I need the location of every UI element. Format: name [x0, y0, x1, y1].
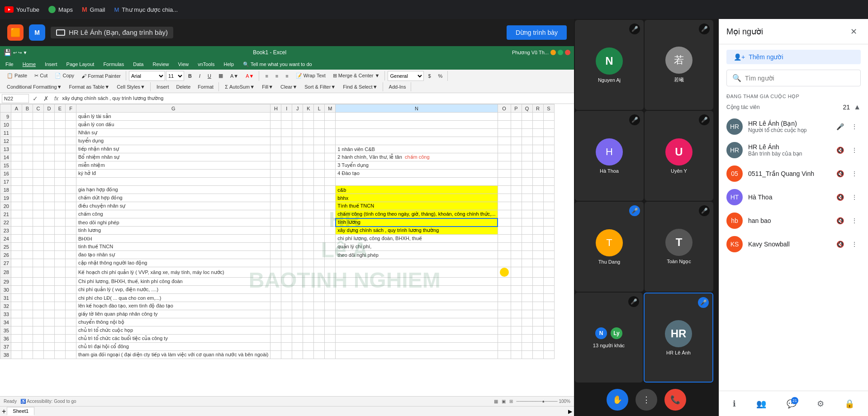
col-l-header[interactable]: L — [314, 104, 325, 113]
cell-g35[interactable]: chủ trì tổ chức cuộc họp — [76, 326, 270, 335]
cell-g15[interactable]: miễn nhiệm — [76, 161, 270, 170]
youtube-tab[interactable]: YouTube — [5, 6, 39, 13]
chat-button[interactable]: 💬 21 — [783, 395, 800, 412]
maximize-button[interactable] — [558, 50, 563, 55]
col-j-header[interactable]: J — [292, 104, 303, 113]
cell-g22[interactable]: theo dõi nghi phép — [76, 218, 270, 227]
cell-g12[interactable]: tuyển dụng — [76, 137, 270, 145]
clear-button[interactable]: Clear▼ — [277, 82, 300, 91]
ha-thoa-panel-mic-button[interactable]: 🔇 — [834, 191, 846, 203]
paste-button[interactable]: 📋 Paste — [4, 71, 30, 80]
maps-tab[interactable]: Maps — [48, 6, 73, 13]
font-color-button[interactable]: A▼ — [242, 71, 257, 80]
fill-color-button[interactable]: A▼ — [227, 71, 242, 80]
cell-n18[interactable]: c&b — [336, 186, 498, 194]
cell-g27[interactable]: cập nhật thông người lao động — [76, 259, 270, 267]
menu-formulas[interactable]: Formulas — [101, 61, 126, 68]
col-g-header[interactable]: G — [76, 104, 270, 113]
menu-home[interactable]: Home — [21, 61, 38, 68]
col-b-header[interactable]: B — [22, 104, 33, 113]
autosum-button[interactable]: Σ AutoSum▼ — [222, 82, 258, 91]
kavy-snowball-more-button[interactable]: ⋮ — [848, 238, 861, 251]
col-e-header[interactable]: E — [55, 104, 66, 113]
cell-n14[interactable]: 2 hành chính, Văn thư, lễ tân chấm công — [336, 153, 498, 161]
han-bao-more-button[interactable]: ⋮ — [848, 214, 861, 227]
font-select[interactable]: Arial — [129, 71, 165, 81]
menu-data[interactable]: Data — [131, 61, 145, 68]
collapse-button[interactable]: ▲ — [854, 103, 861, 111]
col-d-header[interactable]: D — [44, 104, 55, 113]
close-button[interactable] — [565, 50, 570, 55]
col-q-header[interactable]: Q — [522, 104, 532, 113]
cell-g37[interactable]: chủ trì đại hội cổ đông — [76, 343, 270, 351]
more-options-button[interactable]: ⋮ — [636, 389, 657, 411]
minimize-button[interactable] — [550, 50, 556, 55]
cell-n19[interactable]: bhhx — [336, 194, 498, 202]
stop-presentation-button[interactable]: Dừng trình bày — [507, 25, 567, 40]
wrap-text-button[interactable]: 📝 Wrap Text — [293, 71, 329, 80]
col-n-header[interactable]: N — [336, 104, 498, 113]
tran-quang-vinh-more-button[interactable]: ⋮ — [848, 167, 861, 180]
raise-hand-button[interactable]: ✋ — [607, 389, 628, 411]
gmail-tab[interactable]: M Gmail — [82, 6, 105, 13]
font-size-select[interactable]: 11 — [166, 71, 184, 81]
col-k-header[interactable]: K — [303, 104, 314, 113]
col-h-header[interactable]: H — [270, 104, 281, 113]
col-r-header[interactable]: R — [532, 104, 543, 113]
cell-g36[interactable]: chủ trì tổ chức các buổi tiệc của công t… — [76, 335, 270, 343]
add-sheet-button[interactable]: + — [2, 407, 6, 416]
hr-ban-more-button[interactable]: ⋮ — [848, 120, 861, 133]
hr-presentation-mic-button[interactable]: 🔇 — [834, 144, 846, 156]
col-m-header[interactable]: M — [325, 104, 336, 113]
people-button[interactable]: 👥 — [753, 395, 770, 412]
add-ins-button[interactable]: Add-Ins — [386, 82, 409, 91]
cell-g20[interactable]: điều chuyện nhân sự — [76, 202, 270, 210]
cell-g26[interactable]: đao tạo nhân sự — [76, 251, 270, 259]
sort-filter-button[interactable]: Sort & Filter▼ — [301, 82, 339, 91]
cell-n25[interactable]: quản lý chi phí, — [336, 243, 498, 251]
number-format-select[interactable]: General — [388, 71, 424, 81]
menu-insert[interactable]: Insert — [43, 61, 59, 68]
end-call-button[interactable]: 📞 — [664, 389, 686, 411]
col-p-header[interactable]: P — [511, 104, 522, 113]
view-page-break[interactable]: ⊞ — [509, 399, 513, 404]
format-button[interactable]: Format — [194, 82, 217, 91]
cell-g33[interactable]: giấy tờ liên quan pháp nhân công ty — [76, 310, 270, 318]
view-normal[interactable]: ▦ — [494, 399, 498, 404]
cell-g31[interactable]: chi phí cho LĐ( ... qua cho con em,...) — [76, 294, 270, 302]
currency-button[interactable]: $ — [425, 71, 434, 80]
find-select-button[interactable]: Find & Select▼ — [340, 82, 380, 91]
mail-tab[interactable]: M Thư mục được chia... — [114, 6, 178, 13]
activities-button[interactable]: ⚙ — [813, 395, 828, 412]
cell-g29[interactable]: Chi phí lương, BHXH, thuế, kinh phí công… — [76, 278, 270, 286]
spreadsheet-grid[interactable]: HRLê ÁBAOTINH NGHIEM A B C D E F — [0, 104, 574, 396]
cell-g10[interactable]: quản lý con dấu — [76, 121, 270, 129]
search-input[interactable] — [745, 75, 855, 82]
align-center-button[interactable]: ≡ — [272, 71, 281, 80]
view-page-layout[interactable]: ▣ — [502, 399, 506, 404]
menu-file[interactable]: File — [4, 61, 15, 68]
col-a-header[interactable]: A — [11, 104, 22, 113]
info-button[interactable]: ℹ — [729, 395, 740, 412]
menu-review[interactable]: Review — [151, 61, 171, 68]
safety-button[interactable]: 🔒 — [841, 395, 858, 412]
menu-help[interactable]: Help — [222, 61, 236, 68]
formula-input[interactable] — [62, 94, 572, 103]
cell-g28[interactable]: Kế hoạch chi phí quản lý ( VVP, xăng xe,… — [76, 267, 270, 278]
format-as-table-button[interactable]: Format as Table▼ — [66, 82, 113, 91]
ha-thoa-panel-more-button[interactable]: ⋮ — [848, 191, 861, 203]
cell-n15[interactable]: 3 Tuyển dụng — [336, 161, 498, 170]
fill-button[interactable]: Fill▼ — [259, 82, 276, 91]
zoom-slider[interactable]: ────────●──── 100% — [517, 399, 570, 404]
underline-button[interactable]: U — [204, 71, 214, 80]
cell-n24[interactable]: chi phí lương, công đoàn, BHXH, thuế — [336, 235, 498, 243]
close-panel-button[interactable]: ✕ — [846, 24, 861, 39]
cell-g16[interactable]: ký hở lđ — [76, 170, 270, 178]
cell-g30[interactable]: chi phí quản lý ( vvp, điện nước, ....) — [76, 286, 270, 294]
percent-button[interactable]: % — [435, 71, 446, 80]
cell-n13[interactable]: 1 nhân viên C&B — [336, 145, 498, 153]
col-f-header[interactable]: F — [66, 104, 76, 113]
cell-g34[interactable]: chuyển thông nội bộ — [76, 318, 270, 326]
undo-redo[interactable]: ↩ ↪ ▼ — [13, 50, 27, 55]
italic-button[interactable]: I — [196, 71, 204, 80]
